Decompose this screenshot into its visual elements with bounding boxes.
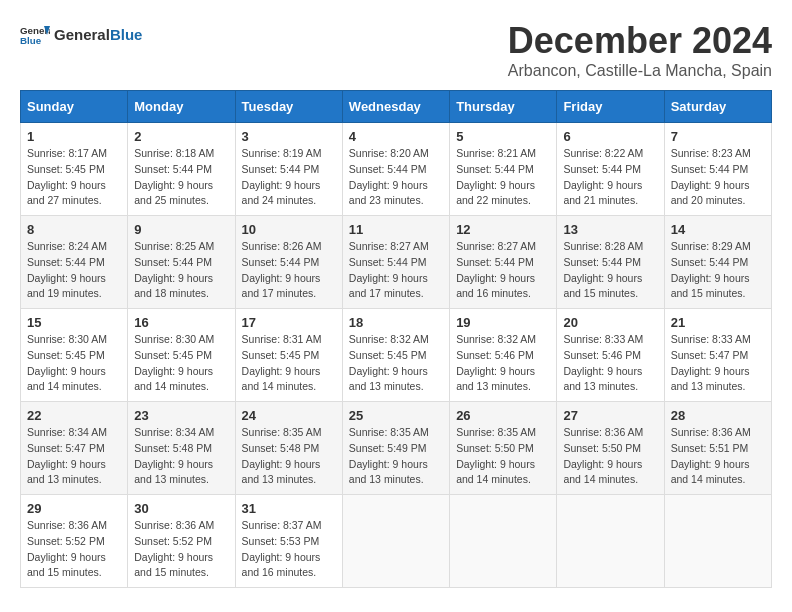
day-info: Sunrise: 8:21 AM Sunset: 5:44 PM Dayligh… [456, 146, 550, 209]
day-info: Sunrise: 8:34 AM Sunset: 5:48 PM Dayligh… [134, 425, 228, 488]
calendar-cell: 15 Sunrise: 8:30 AM Sunset: 5:45 PM Dayl… [21, 309, 128, 402]
calendar-cell: 23 Sunrise: 8:34 AM Sunset: 5:48 PM Dayl… [128, 402, 235, 495]
calendar-cell: 22 Sunrise: 8:34 AM Sunset: 5:47 PM Dayl… [21, 402, 128, 495]
calendar-cell [450, 495, 557, 588]
day-info: Sunrise: 8:22 AM Sunset: 5:44 PM Dayligh… [563, 146, 657, 209]
day-info: Sunrise: 8:19 AM Sunset: 5:44 PM Dayligh… [242, 146, 336, 209]
day-number: 27 [563, 408, 657, 423]
day-number: 16 [134, 315, 228, 330]
day-number: 2 [134, 129, 228, 144]
day-info: Sunrise: 8:36 AM Sunset: 5:52 PM Dayligh… [134, 518, 228, 581]
day-number: 9 [134, 222, 228, 237]
calendar-cell: 9 Sunrise: 8:25 AM Sunset: 5:44 PM Dayli… [128, 216, 235, 309]
calendar-cell: 24 Sunrise: 8:35 AM Sunset: 5:48 PM Dayl… [235, 402, 342, 495]
logo-blue: Blue [110, 26, 143, 43]
week-row-3: 15 Sunrise: 8:30 AM Sunset: 5:45 PM Dayl… [21, 309, 772, 402]
calendar-cell: 20 Sunrise: 8:33 AM Sunset: 5:46 PM Dayl… [557, 309, 664, 402]
weekday-header-row: SundayMondayTuesdayWednesdayThursdayFrid… [21, 91, 772, 123]
day-info: Sunrise: 8:34 AM Sunset: 5:47 PM Dayligh… [27, 425, 121, 488]
calendar-cell: 3 Sunrise: 8:19 AM Sunset: 5:44 PM Dayli… [235, 123, 342, 216]
weekday-header-friday: Friday [557, 91, 664, 123]
day-number: 7 [671, 129, 765, 144]
calendar-cell: 14 Sunrise: 8:29 AM Sunset: 5:44 PM Dayl… [664, 216, 771, 309]
calendar-cell: 8 Sunrise: 8:24 AM Sunset: 5:44 PM Dayli… [21, 216, 128, 309]
day-info: Sunrise: 8:27 AM Sunset: 5:44 PM Dayligh… [349, 239, 443, 302]
day-info: Sunrise: 8:32 AM Sunset: 5:45 PM Dayligh… [349, 332, 443, 395]
day-info: Sunrise: 8:29 AM Sunset: 5:44 PM Dayligh… [671, 239, 765, 302]
day-number: 3 [242, 129, 336, 144]
calendar-cell: 11 Sunrise: 8:27 AM Sunset: 5:44 PM Dayl… [342, 216, 449, 309]
day-info: Sunrise: 8:25 AM Sunset: 5:44 PM Dayligh… [134, 239, 228, 302]
calendar-cell: 13 Sunrise: 8:28 AM Sunset: 5:44 PM Dayl… [557, 216, 664, 309]
calendar-cell: 1 Sunrise: 8:17 AM Sunset: 5:45 PM Dayli… [21, 123, 128, 216]
calendar-cell [664, 495, 771, 588]
day-info: Sunrise: 8:35 AM Sunset: 5:48 PM Dayligh… [242, 425, 336, 488]
day-number: 30 [134, 501, 228, 516]
week-row-5: 29 Sunrise: 8:36 AM Sunset: 5:52 PM Dayl… [21, 495, 772, 588]
day-number: 17 [242, 315, 336, 330]
weekday-header-wednesday: Wednesday [342, 91, 449, 123]
calendar-cell: 30 Sunrise: 8:36 AM Sunset: 5:52 PM Dayl… [128, 495, 235, 588]
day-info: Sunrise: 8:36 AM Sunset: 5:52 PM Dayligh… [27, 518, 121, 581]
weekday-header-saturday: Saturday [664, 91, 771, 123]
day-number: 15 [27, 315, 121, 330]
day-info: Sunrise: 8:31 AM Sunset: 5:45 PM Dayligh… [242, 332, 336, 395]
week-row-1: 1 Sunrise: 8:17 AM Sunset: 5:45 PM Dayli… [21, 123, 772, 216]
logo-general: General [54, 26, 110, 43]
day-number: 14 [671, 222, 765, 237]
day-info: Sunrise: 8:37 AM Sunset: 5:53 PM Dayligh… [242, 518, 336, 581]
calendar-cell [557, 495, 664, 588]
day-number: 10 [242, 222, 336, 237]
day-info: Sunrise: 8:18 AM Sunset: 5:44 PM Dayligh… [134, 146, 228, 209]
day-number: 13 [563, 222, 657, 237]
calendar-cell: 26 Sunrise: 8:35 AM Sunset: 5:50 PM Dayl… [450, 402, 557, 495]
calendar-cell: 16 Sunrise: 8:30 AM Sunset: 5:45 PM Dayl… [128, 309, 235, 402]
weekday-header-tuesday: Tuesday [235, 91, 342, 123]
day-info: Sunrise: 8:35 AM Sunset: 5:50 PM Dayligh… [456, 425, 550, 488]
day-number: 12 [456, 222, 550, 237]
week-row-4: 22 Sunrise: 8:34 AM Sunset: 5:47 PM Dayl… [21, 402, 772, 495]
day-number: 28 [671, 408, 765, 423]
weekday-header-thursday: Thursday [450, 91, 557, 123]
day-number: 19 [456, 315, 550, 330]
day-number: 26 [456, 408, 550, 423]
calendar-cell: 10 Sunrise: 8:26 AM Sunset: 5:44 PM Dayl… [235, 216, 342, 309]
calendar-subtitle: Arbancon, Castille-La Mancha, Spain [508, 62, 772, 80]
calendar-cell: 27 Sunrise: 8:36 AM Sunset: 5:50 PM Dayl… [557, 402, 664, 495]
day-info: Sunrise: 8:24 AM Sunset: 5:44 PM Dayligh… [27, 239, 121, 302]
day-number: 20 [563, 315, 657, 330]
calendar-title: December 2024 [508, 20, 772, 62]
day-number: 31 [242, 501, 336, 516]
day-number: 4 [349, 129, 443, 144]
day-info: Sunrise: 8:33 AM Sunset: 5:47 PM Dayligh… [671, 332, 765, 395]
calendar-table: SundayMondayTuesdayWednesdayThursdayFrid… [20, 90, 772, 588]
calendar-cell: 25 Sunrise: 8:35 AM Sunset: 5:49 PM Dayl… [342, 402, 449, 495]
calendar-cell: 19 Sunrise: 8:32 AM Sunset: 5:46 PM Dayl… [450, 309, 557, 402]
day-number: 1 [27, 129, 121, 144]
day-number: 22 [27, 408, 121, 423]
day-number: 23 [134, 408, 228, 423]
week-row-2: 8 Sunrise: 8:24 AM Sunset: 5:44 PM Dayli… [21, 216, 772, 309]
calendar-cell: 31 Sunrise: 8:37 AM Sunset: 5:53 PM Dayl… [235, 495, 342, 588]
calendar-cell: 29 Sunrise: 8:36 AM Sunset: 5:52 PM Dayl… [21, 495, 128, 588]
calendar-cell: 4 Sunrise: 8:20 AM Sunset: 5:44 PM Dayli… [342, 123, 449, 216]
calendar-cell: 7 Sunrise: 8:23 AM Sunset: 5:44 PM Dayli… [664, 123, 771, 216]
calendar-cell: 5 Sunrise: 8:21 AM Sunset: 5:44 PM Dayli… [450, 123, 557, 216]
day-info: Sunrise: 8:23 AM Sunset: 5:44 PM Dayligh… [671, 146, 765, 209]
calendar-cell [342, 495, 449, 588]
day-info: Sunrise: 8:35 AM Sunset: 5:49 PM Dayligh… [349, 425, 443, 488]
calendar-cell: 6 Sunrise: 8:22 AM Sunset: 5:44 PM Dayli… [557, 123, 664, 216]
day-info: Sunrise: 8:30 AM Sunset: 5:45 PM Dayligh… [27, 332, 121, 395]
day-info: Sunrise: 8:36 AM Sunset: 5:51 PM Dayligh… [671, 425, 765, 488]
calendar-cell: 21 Sunrise: 8:33 AM Sunset: 5:47 PM Dayl… [664, 309, 771, 402]
day-info: Sunrise: 8:20 AM Sunset: 5:44 PM Dayligh… [349, 146, 443, 209]
day-number: 29 [27, 501, 121, 516]
day-info: Sunrise: 8:30 AM Sunset: 5:45 PM Dayligh… [134, 332, 228, 395]
day-info: Sunrise: 8:36 AM Sunset: 5:50 PM Dayligh… [563, 425, 657, 488]
day-number: 8 [27, 222, 121, 237]
day-info: Sunrise: 8:32 AM Sunset: 5:46 PM Dayligh… [456, 332, 550, 395]
page-header: General Blue GeneralBlue December 2024 A… [20, 20, 772, 80]
day-number: 6 [563, 129, 657, 144]
calendar-cell: 28 Sunrise: 8:36 AM Sunset: 5:51 PM Dayl… [664, 402, 771, 495]
day-info: Sunrise: 8:33 AM Sunset: 5:46 PM Dayligh… [563, 332, 657, 395]
